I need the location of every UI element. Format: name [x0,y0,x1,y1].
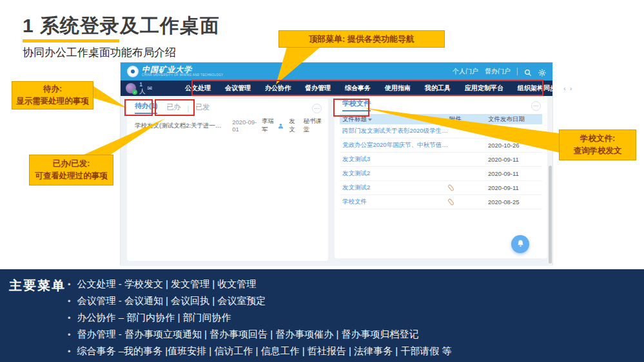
todo-list-item[interactable]: 学校发文(测试文档2:关于进一步推进安徽灵璧定点扶... 2020-09-01 … [135,120,323,131]
university-name-cn: 中国矿业大学 [142,66,224,73]
footer-heading: 主要菜单 [9,277,66,294]
app-topbar: 中国矿业大学 CHINA UNIVERSITY OF MINING AND TE… [121,62,552,81]
callout-todo: 待办: 显示需要处理的事项 [12,81,93,110]
menu-item-org-sync[interactable]: 组织架构同步 [511,84,563,93]
file-date: 2020-09-11 [488,170,542,177]
file-link[interactable]: 跨部门发文测试关于表彰2020级学生军事... [340,127,449,135]
university-emblem-icon [127,66,139,77]
file-link[interactable]: 发文测试2 [340,184,449,192]
mail-icon[interactable]: ✉ [148,85,153,91]
table-row: 发文测试2 2020-09-11 [340,181,542,195]
sort-caret-icon[interactable] [368,119,372,121]
title-underline [23,39,119,43]
bullet-icon: • [68,296,71,306]
user-status: 1人 [139,81,146,96]
avatar[interactable]: ✓ [126,83,136,93]
tab-sent[interactable]: 已发 [195,102,210,114]
table-row: 发文测试2 2020-09-11 [340,167,542,181]
menu-item-supervision[interactable]: 督办管理 [298,84,338,93]
todo-panel-header: 待办(1) 已办 | 已发 ⋯ [127,99,328,117]
app-content: 待办(1) 已办 | 已发 ⋯ 学校发文(测试文档2:关于进一步推进安徽灵璧定点… [121,96,552,266]
callout-school-files: 学校文件: 查询学校发文 [559,129,636,160]
column-header-title: 文件标题 [340,115,449,124]
menu-scroll-chevrons: ‹ › [563,84,572,92]
footer-item: •办公协作 – 部门内协作 | 部门间协作 [68,309,451,326]
column-header-attachment: 附件 [449,115,488,124]
scrollbar [548,96,552,266]
search-icon[interactable] [524,68,532,75]
bullet-icon: • [68,280,71,289]
todo-item-sender: 李瑞军 [262,117,277,134]
file-link[interactable]: 党政办公室2020年国庆节、中秋节值班安... [340,141,449,149]
chevron-left-icon[interactable]: ‹ [563,84,566,92]
tab-todo[interactable]: 待办(1) [135,101,157,114]
scrollbar-thumb[interactable] [549,166,552,263]
menu-item-general-affairs[interactable]: 综合事务 [338,84,378,93]
file-link[interactable]: 学校文件 [340,198,449,206]
bullet-icon: • [68,347,71,356]
callout-top-menu-text: 顶部菜单: 提供各类功能导航 [309,33,415,46]
callout-school-line2: 查询学校发文 [574,145,622,157]
todo-panel: 待办(1) 已办 | 已发 ⋯ 学校发文(测试文档2:关于进一步推进安徽灵璧定点… [127,99,328,261]
column-header-date: 文件发布日期 [488,115,542,124]
bullet-icon: • [68,330,71,339]
bell-icon [516,238,525,250]
files-table-header: 文件标题 附件 文件发布日期 [340,114,542,124]
table-row: 发文测试3 2020-09-11 [340,153,542,167]
chevron-right-icon[interactable]: › [570,84,572,92]
files-table: 文件标题 附件 文件发布日期 跨部门发文测试关于表彰2020级学生军事... 2… [340,114,542,209]
menu-item-my-tools[interactable]: 我的工具 [418,84,458,93]
file-date: 2020-08-25 [488,198,542,205]
menu-item-docs[interactable]: 公文处理 [178,84,218,93]
notification-bell-button[interactable] [511,235,529,253]
menu-item-collaboration[interactable]: 办公协作 [258,84,298,93]
personal-portal-link[interactable]: 个人门户 [453,67,478,76]
tab-done[interactable]: 已办 [166,102,181,114]
callout-top-menu: 顶部菜单: 提供各类功能导航 [278,30,445,48]
footer-item: •会议管理 - 会议通知 | 会议回执 | 会议室预定 [68,292,451,309]
table-row: 党政办公室2020年国庆节、中秋节值班安... 2020-10-26 [340,138,542,153]
callout-school-line1: 学校文件: [580,133,615,145]
table-row: 跨部门发文测试关于表彰2020级学生军事... 2020-10-27 [340,124,542,138]
footer-item: •公文处理 - 学校发文 | 发文管理 | 收文管理 [68,276,451,292]
callout-todo-line1: 待办: [43,83,62,95]
university-names: 中国矿业大学 CHINA UNIVERSITY OF MINING AND TE… [142,66,224,77]
bullet-icon: • [68,313,71,323]
slide: 1 系统登录及工作桌面 协同办公工作桌面功能布局介绍 中国矿业大学 CHINA … [0,0,644,362]
menu-item-user-guide[interactable]: 使用指南 [378,84,418,93]
callout-done-line1: 已办/已发: [53,158,90,170]
todo-item-title: 学校发文(测试文档2:关于进一步推进安徽灵璧定点扶... [135,122,227,130]
gear-icon[interactable] [538,68,546,75]
file-link[interactable]: 发文测试3 [340,155,449,164]
file-date: 2020-09-11 [488,156,542,163]
tab-separator: | [187,104,189,114]
footer-list: •公文处理 - 学校发文 | 发文管理 | 收文管理 •会议管理 - 会议通知 … [68,276,451,359]
menu-item-custom-platform[interactable]: 应用定制平台 [458,84,511,93]
page-title: 1 系统登录及工作桌面 [23,13,220,39]
page-subtitle: 协同办公工作桌面功能布局介绍 [23,45,176,60]
tab-school-files[interactable]: 学校文件 [342,99,371,111]
file-link[interactable]: 发文测试2 [340,169,449,178]
todo-item-date: 2020-09-01 [232,119,257,133]
callout-done-line2: 可查看处理过的事项 [35,170,108,182]
table-row: 学校文件 2020-08-25 [340,195,542,209]
todo-item-dept: 秘书课堂 [303,117,323,134]
school-files-more-button[interactable]: ⋯ [531,101,541,111]
file-date: 2020-10-26 [488,142,542,149]
online-status-badge: ✓ [132,90,137,95]
file-date: 2020-09-11 [488,184,542,191]
university-logo: 中国矿业大学 CHINA UNIVERSITY OF MINING AND TE… [127,66,224,77]
menu-item-meetings[interactable]: 会议管理 [218,84,258,93]
footer-item: •综合事务 –我的事务 |值班安排 | 信访工作 | 信息工作 | 哲社报告 |… [68,343,451,359]
supervision-portal-link[interactable]: 督办门户 [485,67,511,76]
topbar-divider [517,68,518,75]
footer-menu-summary: 主要菜单 •公文处理 - 学校发文 | 发文管理 | 收文管理 •会议管理 - … [0,269,644,362]
person-icon [278,123,284,129]
todo-more-button[interactable]: ⋯ [312,104,322,113]
app-menubar: ✓ 1人 ✉ 公文处理 会议管理 办公协作 督办管理 综合事务 使用指南 我的工… [121,81,552,96]
app-screenshot: 中国矿业大学 CHINA UNIVERSITY OF MINING AND TE… [120,62,553,265]
callout-done: 已办/已发: 可查看处理过的事项 [29,155,113,186]
callout-todo-line2: 显示需要处理的事项 [16,95,89,108]
footer-item: •督办管理 - 督办事项立项通知 | 督办事项回告 | 督办事项催办 | 督办事… [68,326,451,343]
topbar-right: 个人门户 督办门户 [453,67,546,76]
